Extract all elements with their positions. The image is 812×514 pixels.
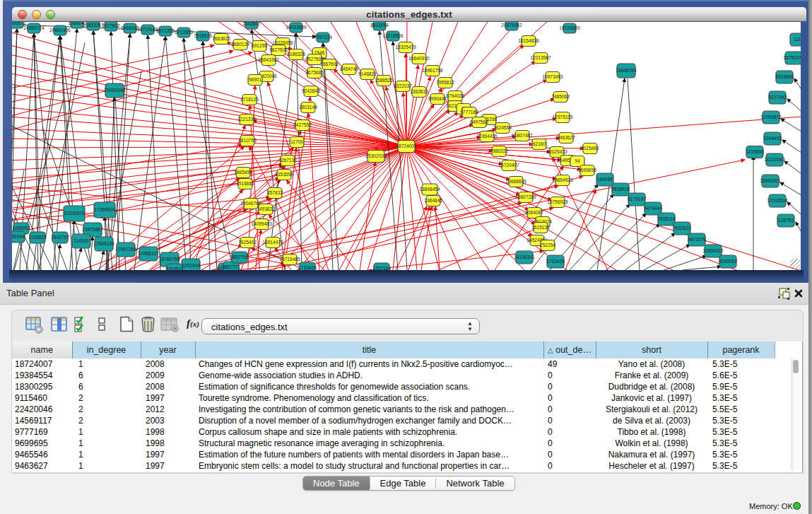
svg-text:8186328: 8186328: [287, 52, 305, 57]
svg-text:9146821: 9146821: [358, 71, 377, 76]
svg-text:10807487: 10807487: [512, 133, 533, 138]
svg-text:1257164: 1257164: [372, 266, 391, 270]
svg-text:7357224: 7357224: [314, 35, 332, 40]
svg-text:357832: 357832: [267, 190, 283, 195]
svg-text:9115460: 9115460: [581, 146, 599, 151]
svg-text:9857771: 9857771: [222, 264, 240, 269]
svg-text:8813054: 8813054: [370, 23, 389, 28]
svg-text:25302033: 25302033: [365, 153, 387, 158]
svg-text:16640910: 16640910: [408, 56, 430, 61]
svg-text:6179197: 6179197: [628, 197, 646, 201]
svg-text:8660124: 8660124: [231, 42, 249, 47]
svg-text:16033809: 16033809: [286, 25, 307, 30]
svg-text:19756928: 19756928: [547, 199, 568, 204]
svg-text:1384845: 1384845: [424, 198, 442, 203]
svg-text:12093872: 12093872: [760, 115, 782, 119]
svg-text:1215958: 1215958: [746, 149, 764, 154]
svg-text:9463627: 9463627: [557, 135, 575, 140]
svg-text:8763521: 8763521: [165, 267, 184, 270]
svg-text:23975887: 23975887: [82, 227, 103, 232]
svg-text:1865498: 1865498: [234, 170, 252, 175]
svg-text:15720407: 15720407: [498, 163, 519, 168]
svg-text:15046766: 15046766: [240, 201, 261, 206]
svg-text:16154838: 16154838: [518, 38, 539, 43]
svg-text:252254: 252254: [540, 243, 555, 247]
svg-text:1733426: 1733426: [298, 265, 317, 270]
svg-text:1156829: 1156829: [28, 235, 47, 240]
svg-text:9227343: 9227343: [768, 95, 787, 100]
svg-text:6794028: 6794028: [446, 93, 464, 98]
svg-text:2803144: 2803144: [299, 105, 317, 110]
svg-text:1221338: 1221338: [237, 117, 256, 122]
svg-text:8427552: 8427552: [293, 122, 312, 127]
svg-text:164095: 164095: [597, 177, 613, 182]
svg-text:9245052: 9245052: [719, 259, 737, 264]
svg-text:10973493: 10973493: [542, 74, 563, 79]
svg-text:114519: 114519: [73, 238, 89, 243]
svg-text:1244415: 1244415: [763, 136, 782, 141]
svg-text:3267130: 3267130: [278, 158, 297, 163]
svg-text:13716485: 13716485: [279, 257, 300, 262]
svg-text:9857791: 9857791: [230, 255, 249, 259]
svg-text:8471676: 8471676: [688, 237, 706, 242]
svg-text:20691406: 20691406: [49, 28, 71, 33]
svg-text:7625402: 7625402: [238, 240, 257, 245]
svg-text:1362615: 1362615: [410, 89, 428, 94]
svg-text:1343507: 1343507: [242, 22, 261, 26]
svg-text:16648784: 16648784: [616, 68, 637, 73]
svg-text:17359924: 17359924: [94, 207, 115, 212]
svg-text:12505135: 12505135: [93, 241, 114, 246]
svg-text:128753: 128753: [778, 218, 794, 223]
svg-text:2942757: 2942757: [51, 235, 69, 240]
svg-text:17957255: 17957255: [115, 247, 136, 252]
svg-text:3675685: 3675685: [305, 70, 324, 75]
svg-text:3624554: 3624554: [493, 125, 512, 130]
svg-text:10653267: 10653267: [83, 23, 104, 28]
svg-text:1527602: 1527602: [102, 23, 120, 28]
svg-text:9474444: 9474444: [644, 206, 662, 211]
svg-text:2867608: 2867608: [320, 62, 339, 66]
svg-text:10719185: 10719185: [137, 27, 158, 32]
svg-text:5938928: 5938928: [611, 187, 630, 192]
svg-text:15692921: 15692921: [760, 178, 781, 183]
svg-text:7515526: 7515526: [194, 33, 212, 38]
svg-text:10210643: 10210643: [764, 157, 785, 162]
svg-text:10654112: 10654112: [703, 248, 724, 253]
svg-text:14136141: 14136141: [514, 255, 535, 259]
svg-text:9527508: 9527508: [305, 57, 324, 62]
svg-text:13325419: 13325419: [395, 45, 416, 49]
svg-text:19654923: 19654923: [552, 177, 573, 182]
svg-text:17016504: 17016504: [767, 198, 788, 203]
svg-text:14099483: 14099483: [251, 221, 272, 226]
svg-text:18724007: 18724007: [396, 144, 417, 148]
svg-text:16914479: 16914479: [262, 240, 283, 245]
svg-text:6497568: 6497568: [470, 119, 488, 124]
svg-text:7955812: 7955812: [436, 80, 454, 85]
svg-text:12213967: 12213967: [530, 55, 551, 60]
svg-text:891295: 891295: [252, 43, 267, 48]
svg-text:7485063: 7485063: [551, 94, 570, 99]
svg-text:20364436: 20364436: [476, 134, 498, 139]
svg-text:1733426: 1733426: [546, 259, 565, 264]
svg-text:1493822: 1493822: [257, 206, 275, 211]
svg-text:2718120: 2718120: [240, 97, 259, 102]
svg-text:1435061: 1435061: [12, 226, 30, 230]
svg-text:9827505: 9827505: [269, 47, 288, 52]
svg-text:11700: 11700: [290, 139, 303, 144]
svg-text:8990448: 8990448: [428, 96, 447, 101]
svg-text:15751074: 15751074: [783, 55, 801, 60]
svg-text:94: 94: [575, 158, 580, 163]
svg-text:1353594: 1353594: [275, 172, 293, 177]
svg-text:20876082: 20876082: [501, 23, 522, 28]
svg-text:10958107: 10958107: [138, 251, 159, 256]
svg-text:1810755: 1810755: [238, 138, 257, 143]
svg-text:98901: 98901: [249, 77, 262, 82]
svg-text:18807289: 18807289: [515, 194, 536, 199]
svg-text:1916682: 1916682: [236, 181, 254, 186]
svg-text:9084067: 9084067: [525, 210, 543, 215]
svg-text:391594: 391594: [12, 234, 25, 239]
svg-text:7986322: 7986322: [490, 148, 508, 153]
svg-text:12975115: 12975115: [553, 115, 573, 119]
svg-text:6671355: 6671355: [156, 28, 175, 33]
svg-text:9329966: 9329966: [775, 74, 794, 79]
